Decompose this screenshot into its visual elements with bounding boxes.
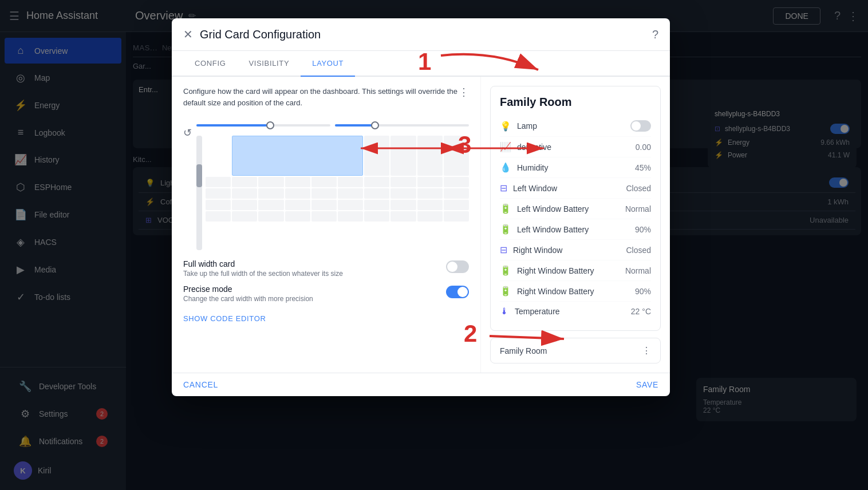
grid-cell (206, 200, 231, 210)
modal-help-icon[interactable]: ? (652, 28, 658, 41)
layout-description: Configure how the card will appear on th… (183, 86, 459, 108)
preview-row-derivative: 📈 derivative 0.00 (500, 137, 651, 157)
grid-cell (390, 200, 416, 210)
tab-config[interactable]: CONFIG (183, 51, 237, 77)
grid-layout-area: ↺ (183, 124, 469, 250)
battery-icon: 🔋 (500, 203, 511, 214)
close-icon[interactable]: ✕ (183, 27, 193, 41)
grid-cell (311, 177, 337, 187)
grid-cell (390, 177, 416, 187)
preview-card-footer: Family Room ⋮ (490, 338, 661, 363)
grid-cell (258, 211, 283, 222)
preview-footer-title: Family Room (500, 346, 547, 355)
grid-cell (338, 177, 363, 187)
column-slider[interactable] (196, 124, 330, 127)
derivative-icon: 📈 (500, 141, 511, 152)
grid-cell (285, 188, 310, 199)
grid-cell (232, 200, 257, 210)
grid-cells (206, 136, 469, 250)
grid-cell (390, 211, 416, 222)
grid-cell (364, 177, 389, 187)
grid-cell (364, 188, 389, 199)
precise-mode-toggle[interactable] (446, 286, 469, 298)
precise-mode-desc: Change the card width with more precisio… (183, 295, 439, 303)
grid-cell (444, 136, 469, 176)
grid-cell (444, 177, 469, 187)
row-slider[interactable] (196, 136, 202, 250)
column-slider-row (196, 124, 469, 127)
tab-layout[interactable]: LAYOUT (301, 51, 355, 77)
card-cell (232, 136, 363, 176)
grid-cell (364, 200, 389, 210)
grid-cell (444, 211, 469, 222)
grid-cell (417, 136, 443, 176)
preview-row-lamp: 💡 Lamp (500, 116, 651, 137)
grid-cell (206, 211, 231, 222)
grid-cell (258, 188, 283, 199)
preview-row-temperature: 🌡 Temperature 22 °C (500, 302, 651, 321)
right-window-icon: ⊟ (500, 244, 507, 255)
grid-cell (338, 200, 363, 210)
preview-row-left-window-battery: 🔋 Left Window Battery Normal (500, 199, 651, 219)
grid-cell (232, 177, 257, 187)
battery-pct-icon: 🔋 (500, 224, 511, 235)
preview-row-left-window: ⊟ Left Window Closed (500, 178, 651, 199)
grid-cell (206, 188, 231, 199)
grid-cell (285, 211, 310, 222)
grid-cell (338, 211, 363, 222)
save-button[interactable]: SAVE (636, 380, 658, 389)
modal-right-panel: Family Room 💡 Lamp 📈 derivative 0.00 💧 H… (481, 77, 670, 373)
grid-slider-container (196, 124, 469, 250)
modal-header: ✕ Grid Card Configuration ? (172, 18, 670, 51)
refresh-icon[interactable]: ↺ (183, 127, 192, 139)
grid-cell (232, 188, 257, 199)
precise-mode-row: Precise mode Change the card width with … (183, 284, 469, 303)
full-width-desc: Take up the full width of the section wh… (183, 270, 439, 278)
grid-cell (285, 200, 310, 210)
full-width-card-row: Full width card Take up the full width o… (183, 259, 469, 278)
modal-footer: CANCEL SAVE (172, 373, 670, 396)
show-code-editor-button[interactable]: SHOW CODE EDITOR (183, 310, 469, 327)
grid-cell (285, 177, 310, 187)
grid-cell (338, 188, 363, 199)
modal-grid-card-config: ✕ Grid Card Configuration ? CONFIG VISIB… (172, 18, 670, 396)
modal-tabs: CONFIG VISIBILITY LAYOUT (172, 51, 670, 77)
layout-more-icon[interactable]: ⋮ (459, 86, 469, 98)
column-slider-right[interactable] (335, 124, 469, 127)
full-width-label: Full width card (183, 259, 439, 268)
preview-row-left-window-battery-pct: 🔋 Left Window Battery 90% (500, 219, 651, 240)
lamp-toggle[interactable] (630, 120, 651, 132)
grid-cell (390, 136, 416, 176)
thermometer-icon: 🌡 (500, 306, 509, 317)
modal-body: Configure how the card will appear on th… (172, 77, 670, 373)
grid-cell (417, 211, 443, 222)
grid-cell (364, 211, 389, 222)
grid-preview (196, 136, 469, 250)
grid-cell (417, 177, 443, 187)
precise-mode-label: Precise mode (183, 284, 439, 294)
grid-cell (311, 200, 337, 210)
right-battery-pct-icon: 🔋 (500, 286, 511, 297)
modal-left-panel: Configure how the card will appear on th… (172, 77, 481, 373)
right-battery-icon: 🔋 (500, 265, 511, 276)
toggle-knob (447, 262, 457, 272)
tab-visibility[interactable]: VISIBILITY (237, 51, 301, 77)
window-icon: ⊟ (500, 183, 507, 193)
grid-cell (311, 211, 337, 222)
grid-cell (258, 200, 283, 210)
bulb-icon: 💡 (500, 121, 511, 132)
modal-title: Grid Card Configuration (200, 28, 652, 41)
preview-title: Family Room (500, 96, 651, 109)
grid-cell (364, 136, 389, 176)
grid-cell (311, 188, 337, 199)
grid-cell (444, 200, 469, 210)
toggle-knob (457, 287, 468, 297)
preview-row-right-window-battery: 🔋 Right Window Battery Normal (500, 260, 651, 281)
full-width-toggle[interactable] (446, 260, 469, 273)
grid-cell (390, 188, 416, 199)
cancel-button[interactable]: CANCEL (183, 380, 218, 389)
preview-row-right-window: ⊟ Right Window Closed (500, 240, 651, 260)
preview-footer-more-icon[interactable]: ⋮ (642, 345, 651, 356)
grid-cell (206, 177, 231, 187)
preview-card: Family Room 💡 Lamp 📈 derivative 0.00 💧 H… (490, 86, 661, 331)
